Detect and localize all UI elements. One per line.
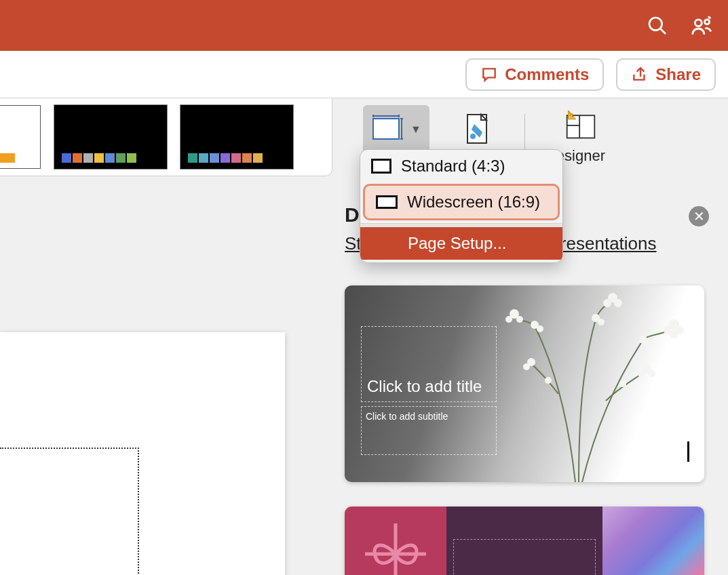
- share-button[interactable]: Share: [616, 58, 716, 91]
- menu-item-widescreen[interactable]: Widescreen (16:9): [363, 184, 560, 220]
- design-title-placeholder: Click to add title: [361, 326, 497, 402]
- svg-point-35: [638, 370, 645, 377]
- svg-point-3: [705, 19, 710, 24]
- theme-thumb-3[interactable]: [180, 105, 293, 169]
- comments-button[interactable]: Comments: [465, 58, 604, 91]
- svg-point-16: [516, 316, 523, 323]
- slide-size-icon: [371, 113, 404, 146]
- menu-item-label: Standard (4:3): [401, 157, 505, 176]
- menu-item-label: Widescreen (16:9): [407, 193, 540, 212]
- slide-placeholder-box[interactable]: [0, 448, 139, 575]
- slide-size-button[interactable]: ▼: [363, 105, 429, 154]
- designer-label: esigner: [556, 147, 605, 165]
- slide-size-dropdown: Standard (4:3) Widescreen (16:9) Page Se…: [360, 149, 563, 263]
- title-bar: [0, 0, 728, 51]
- design-suggestion-1[interactable]: Click to add title Click to add subtitle: [345, 285, 704, 482]
- svg-point-22: [614, 299, 622, 307]
- theme-thumb-1[interactable]: [0, 105, 41, 169]
- designer-icon: [564, 109, 597, 142]
- share-people-icon[interactable]: [690, 14, 714, 38]
- design-suggestion-2[interactable]: [345, 507, 704, 575]
- svg-point-2: [695, 19, 702, 26]
- comments-label: Comments: [505, 65, 589, 84]
- svg-point-30: [645, 340, 652, 347]
- svg-point-28: [670, 330, 678, 338]
- design2-title-placeholder: [453, 539, 596, 575]
- share-label: Share: [655, 65, 701, 84]
- format-background-icon: [461, 112, 493, 144]
- design2-left-segment: [345, 507, 446, 575]
- svg-point-32: [523, 363, 530, 370]
- aspect-16-9-icon: [376, 195, 398, 209]
- menu-item-standard[interactable]: Standard (4:3): [360, 150, 562, 182]
- svg-point-0: [649, 18, 662, 31]
- ribbon-actions-row: Comments Share: [0, 51, 728, 98]
- svg-line-1: [661, 28, 666, 33]
- svg-point-17: [505, 316, 512, 323]
- menu-item-label: Page Setup...: [408, 234, 506, 253]
- text-cursor-icon: [687, 441, 689, 462]
- svg-rect-4: [373, 119, 399, 139]
- theme-variant-strip: [0, 98, 332, 176]
- design2-mid-segment: [446, 507, 602, 575]
- format-background-button[interactable]: [457, 108, 497, 148]
- svg-point-34: [649, 370, 655, 377]
- search-icon[interactable]: [645, 14, 670, 38]
- svg-point-36: [619, 380, 626, 387]
- close-icon[interactable]: ✕: [689, 206, 709, 226]
- designer-pane-title: D: [345, 203, 360, 226]
- svg-point-21: [603, 299, 611, 307]
- svg-point-24: [598, 319, 605, 325]
- design2-right-segment: [602, 507, 704, 575]
- slide-editor-pane: [0, 190, 285, 575]
- chevron-down-icon: ▼: [410, 123, 421, 136]
- menu-item-page-setup[interactable]: Page Setup...: [360, 227, 562, 260]
- svg-point-19: [537, 325, 543, 332]
- bow-icon: [365, 523, 426, 575]
- svg-point-37: [545, 377, 552, 384]
- design-subtitle-placeholder: Click to add subtitle: [361, 406, 497, 455]
- svg-point-11: [470, 134, 476, 139]
- aspect-4-3-icon: [371, 159, 391, 174]
- theme-thumb-2[interactable]: [54, 105, 167, 169]
